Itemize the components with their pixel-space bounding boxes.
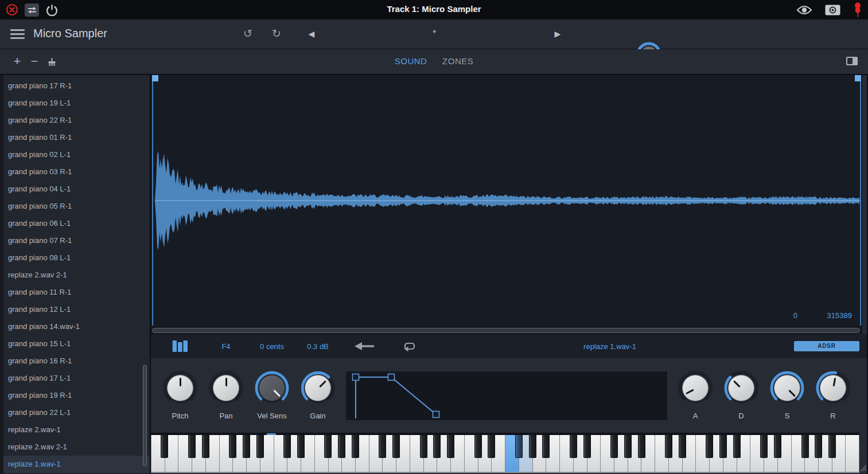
black-key[interactable] bbox=[570, 435, 577, 458]
envelope-handle[interactable] bbox=[353, 374, 359, 381]
knob-cap[interactable] bbox=[728, 375, 754, 401]
redo-icon[interactable]: ↻ bbox=[268, 26, 285, 41]
envelope-display[interactable] bbox=[346, 371, 667, 420]
sample-start-handle[interactable] bbox=[152, 75, 158, 81]
eye-icon[interactable] bbox=[796, 5, 812, 18]
reverse-icon[interactable] bbox=[354, 334, 375, 358]
black-key[interactable] bbox=[542, 435, 550, 458]
knob-cap[interactable] bbox=[259, 375, 285, 401]
sample-end-value[interactable]: 315389 bbox=[827, 311, 852, 320]
black-key[interactable] bbox=[188, 435, 196, 458]
sample-list-item[interactable]: grand piano 19 L-1 bbox=[3, 95, 150, 112]
sample-list-item[interactable]: grand piano 07 R-1 bbox=[3, 232, 150, 249]
sample-list-item[interactable]: grand piano 06 L-1 bbox=[3, 215, 150, 232]
black-key[interactable] bbox=[828, 435, 836, 458]
black-key[interactable] bbox=[719, 435, 727, 458]
sample-list-item[interactable]: grand piano 22 R-1 bbox=[3, 112, 150, 129]
black-key[interactable] bbox=[774, 435, 781, 458]
black-key[interactable] bbox=[665, 435, 672, 458]
sample-start-value[interactable]: 0 bbox=[793, 311, 797, 320]
tab-sound[interactable]: SOUND bbox=[395, 56, 427, 66]
black-key[interactable] bbox=[488, 435, 495, 458]
sample-list-item[interactable]: grand piano 17 R-1 bbox=[3, 77, 150, 95]
black-key[interactable] bbox=[297, 435, 305, 458]
black-key[interactable] bbox=[706, 435, 713, 458]
knob-pitch[interactable]: Pitch bbox=[162, 370, 198, 406]
black-key[interactable] bbox=[583, 435, 591, 458]
envelope-handle[interactable] bbox=[388, 374, 395, 381]
sample-list-item[interactable]: grand piano 16 R-1 bbox=[3, 352, 150, 370]
black-key[interactable] bbox=[229, 435, 236, 458]
preset-name[interactable]: * bbox=[426, 26, 443, 41]
white-key[interactable] bbox=[846, 435, 859, 473]
knob-cap[interactable] bbox=[820, 375, 846, 401]
sidebar-scrollbar[interactable] bbox=[143, 365, 147, 466]
black-key[interactable] bbox=[283, 435, 291, 458]
sample-list-item[interactable]: replaze 2.wav-1 bbox=[3, 421, 150, 438]
undo-icon[interactable]: ↺ bbox=[239, 26, 256, 41]
sample-list-item[interactable]: grand piano 08 L-1 bbox=[3, 249, 150, 267]
sample-list-item[interactable]: grand piano 03 R-1 bbox=[3, 163, 150, 181]
keyboard-mode-icon[interactable] bbox=[173, 334, 188, 358]
envelope-handle[interactable] bbox=[433, 412, 439, 418]
black-key[interactable] bbox=[733, 435, 741, 458]
black-key[interactable] bbox=[760, 435, 768, 458]
black-key[interactable] bbox=[392, 435, 400, 458]
black-key[interactable] bbox=[202, 435, 209, 458]
black-key[interactable] bbox=[256, 435, 264, 458]
black-key[interactable] bbox=[515, 435, 523, 458]
knob-vel-sens[interactable]: Vel Sens bbox=[254, 370, 290, 406]
camera-icon[interactable] bbox=[825, 4, 840, 18]
knob-cap[interactable] bbox=[213, 375, 239, 401]
sample-list-item[interactable]: replaze 2.wav 2-1 bbox=[3, 267, 150, 284]
black-key[interactable] bbox=[610, 435, 618, 458]
black-key[interactable] bbox=[815, 435, 822, 458]
sample-list-item[interactable]: grand piano 11 R-1 bbox=[3, 284, 150, 301]
black-key[interactable] bbox=[433, 435, 441, 458]
knob-a[interactable]: A bbox=[677, 370, 714, 406]
black-key[interactable] bbox=[638, 435, 645, 458]
sample-list-item[interactable]: replaze 2.wav 2-1 bbox=[3, 438, 150, 456]
knob-cap[interactable] bbox=[305, 375, 331, 401]
adsr-button[interactable]: ADSR bbox=[794, 341, 859, 351]
sample-list-item[interactable]: grand piano 15 L-1 bbox=[3, 335, 150, 352]
knob-r[interactable]: R bbox=[815, 370, 851, 406]
black-key[interactable] bbox=[624, 435, 632, 458]
black-key[interactable] bbox=[243, 435, 250, 458]
knob-cap[interactable] bbox=[167, 375, 193, 401]
sample-end-handle[interactable] bbox=[855, 75, 861, 81]
black-key[interactable] bbox=[420, 435, 427, 458]
knob-gain[interactable]: Gain bbox=[299, 370, 336, 406]
menu-icon[interactable] bbox=[10, 29, 25, 41]
black-key[interactable] bbox=[447, 435, 454, 458]
tab-zones[interactable]: ZONES bbox=[442, 56, 473, 66]
black-key[interactable] bbox=[324, 435, 332, 458]
root-key-value[interactable]: F4 bbox=[221, 334, 230, 358]
sample-list-item[interactable]: grand piano 22 L-1 bbox=[3, 404, 150, 421]
knob-cap[interactable] bbox=[774, 375, 800, 401]
loop-icon[interactable] bbox=[403, 334, 417, 358]
gain-value[interactable]: 0.3 dB bbox=[307, 334, 329, 358]
black-key[interactable] bbox=[474, 435, 482, 458]
sample-list-item[interactable]: grand piano 05 R-1 bbox=[3, 198, 150, 215]
black-key[interactable] bbox=[379, 435, 386, 458]
black-key[interactable] bbox=[352, 435, 359, 458]
sample-list-item[interactable]: grand piano 04 L-1 bbox=[3, 181, 150, 198]
black-key[interactable] bbox=[161, 435, 168, 458]
black-key[interactable] bbox=[679, 435, 686, 458]
tune-value[interactable]: 0 cents bbox=[260, 334, 284, 358]
waveform-editor[interactable]: 0 315389 bbox=[151, 75, 862, 327]
knob-d[interactable]: D bbox=[723, 370, 760, 406]
waveform-scrollbar-thumb[interactable] bbox=[152, 328, 860, 333]
sample-list-item[interactable]: replaze 1.wav-1 bbox=[3, 456, 150, 473]
black-key[interactable] bbox=[338, 435, 345, 458]
sample-list-item[interactable]: grand piano 01 R-1 bbox=[3, 129, 150, 146]
sample-list-item[interactable]: grand piano 19 R-1 bbox=[3, 387, 150, 404]
knob-pan[interactable]: Pan bbox=[208, 370, 244, 406]
pin-icon[interactable] bbox=[853, 2, 862, 19]
sample-list-item[interactable]: grand piano 17 L-1 bbox=[3, 370, 150, 387]
knob-s[interactable]: S bbox=[769, 370, 805, 406]
sample-list-item[interactable]: grand piano 14.wav-1 bbox=[3, 318, 150, 335]
sample-start-marker[interactable] bbox=[152, 75, 153, 326]
black-key[interactable] bbox=[529, 435, 536, 458]
